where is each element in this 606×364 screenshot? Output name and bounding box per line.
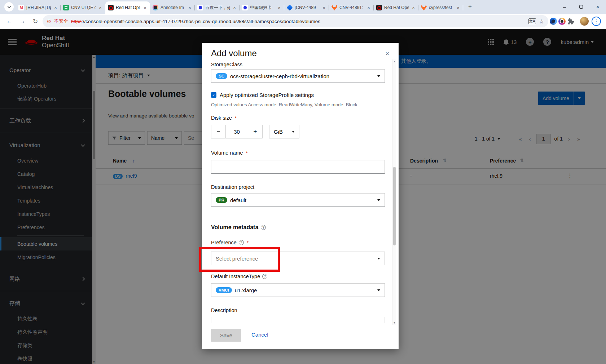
- scroll-down-icon[interactable]: ▼: [392, 321, 396, 324]
- tab-close-icon[interactable]: ×: [142, 5, 148, 10]
- baidu-favicon: [242, 5, 248, 10]
- address-bar[interactable]: ⊘ 不安全 https://console-openshift-console.…: [43, 15, 548, 27]
- close-icon[interactable]: ×: [385, 50, 389, 58]
- destination-project-select[interactable]: PR default: [211, 193, 385, 207]
- chevron-down-icon: [292, 131, 295, 133]
- instancetype-badge: VMCI: [216, 287, 232, 293]
- tab-close-icon[interactable]: ×: [411, 5, 416, 10]
- help-icon[interactable]: ?: [261, 225, 266, 230]
- scrollbar-thumb[interactable]: [393, 167, 396, 245]
- tab-strip: [RH JIRA] Up×CNV UI QE c×Red Hat Ope×Ann…: [0, 0, 606, 14]
- tab-close-icon[interactable]: ×: [321, 5, 326, 10]
- destination-project-label: Destination project: [211, 184, 254, 190]
- chevron-down-icon: [377, 199, 380, 201]
- modal-scrollbar[interactable]: ▲ ▼: [392, 59, 396, 325]
- extension-icon[interactable]: [550, 18, 557, 25]
- browser-chrome: [RH JIRA] Up×CNV UI QE c×Red Hat Ope×Ann…: [0, 0, 606, 29]
- plus-button[interactable]: +: [248, 125, 263, 138]
- scroll-up-icon[interactable]: ▲: [392, 60, 396, 63]
- storageclass-badge: SC: [216, 73, 227, 79]
- extension-camera-icon[interactable]: [558, 18, 566, 25]
- close-window-button[interactable]: ×: [589, 0, 606, 14]
- browser-tab[interactable]: [RH JIRA] Up×: [16, 1, 61, 14]
- tab-title: Red Hat Ope: [384, 5, 409, 10]
- add-volume-modal: Add volume × StorageClass SC ocs-storage…: [202, 43, 399, 349]
- browser-tab[interactable]: Annotate Im×: [150, 1, 195, 14]
- browser-tab[interactable]: Red Hat Ope×: [105, 1, 150, 14]
- save-button[interactable]: Save: [211, 329, 241, 342]
- chevron-down-icon: [7, 5, 11, 8]
- tab-close-icon[interactable]: ×: [98, 5, 103, 10]
- minimize-button[interactable]: –: [556, 0, 573, 14]
- tab-close-icon[interactable]: ×: [456, 5, 461, 10]
- help-icon[interactable]: ?: [262, 274, 267, 279]
- baidu-favicon: [197, 5, 203, 10]
- default-instancetype-label: Default InstanceType ?: [211, 274, 267, 279]
- gitlab-favicon: [421, 5, 427, 10]
- preference-label: Preference ? *: [211, 240, 249, 245]
- chevron-down-icon: [377, 289, 380, 291]
- bookmark-star-icon[interactable]: ☆: [539, 18, 544, 25]
- new-tab-button[interactable]: +: [465, 2, 475, 12]
- not-secure-badge: 不安全: [54, 18, 68, 25]
- tab-search-button[interactable]: [4, 2, 14, 12]
- volume-name-input[interactable]: [211, 160, 385, 174]
- tab-title: cypress/test: [429, 5, 453, 10]
- default-instancetype-select[interactable]: VMCI u1.xlarge: [211, 283, 385, 297]
- tab-title: 中国媳妇卡: [250, 5, 275, 11]
- disk-size-stepper: − 30 +: [211, 125, 263, 138]
- browser-tab[interactable]: Red Hat Ope×: [374, 1, 418, 14]
- sheets-favicon: [63, 5, 69, 10]
- gitlab-favicon: [331, 5, 337, 10]
- translate-icon[interactable]: 文A: [528, 18, 536, 24]
- browser-tab[interactable]: cypress/test×: [418, 1, 463, 14]
- minus-button[interactable]: −: [211, 125, 226, 138]
- browser-tab[interactable]: CNV-44891:×: [329, 1, 374, 14]
- browser-tab[interactable]: CNV UI QE c×: [61, 1, 105, 14]
- back-button[interactable]: ←: [4, 15, 15, 27]
- browser-tab[interactable]: [CNV-4489×: [284, 1, 329, 14]
- chevron-down-icon: [377, 75, 380, 77]
- checkbox-checked-icon[interactable]: ✓: [211, 92, 216, 98]
- jira-favicon: [287, 5, 293, 11]
- red-highlight-annotation: [199, 247, 280, 272]
- storageclass-select[interactable]: SC ocs-storagecluster-ceph-rbd-virtualiz…: [211, 69, 385, 83]
- cancel-button[interactable]: Cancel: [251, 332, 268, 338]
- browser-menu-button[interactable]: ⋮: [592, 17, 601, 26]
- extensions-puzzle-icon[interactable]: [567, 18, 574, 25]
- tab-close-icon[interactable]: ×: [53, 5, 58, 10]
- tab-strip-tabs: [RH JIRA] Up×CNV UI QE c×Red Hat Ope×Ann…: [16, 0, 463, 14]
- disk-size-label: Disk size*: [211, 115, 237, 121]
- browser-tab[interactable]: 百度一下，你×: [195, 1, 240, 14]
- tab-close-icon[interactable]: ×: [232, 5, 237, 10]
- tab-title: CNV-44891:: [339, 5, 364, 10]
- tab-title: Red Hat Ope: [116, 5, 140, 10]
- tab-close-icon[interactable]: ×: [277, 5, 282, 10]
- optimized-values-note: Optimized values Access mode: ReadWriteM…: [211, 102, 359, 107]
- tab-title: [RH JIRA] Up: [26, 5, 51, 10]
- description-textarea[interactable]: [211, 317, 385, 323]
- browser-tab[interactable]: 中国媳妇卡×: [240, 1, 284, 14]
- window-controls: – ×: [556, 0, 606, 14]
- forward-button[interactable]: →: [17, 15, 28, 27]
- reload-button[interactable]: ↻: [30, 15, 41, 27]
- disk-size-value[interactable]: 30: [226, 125, 248, 138]
- tab-close-icon[interactable]: ×: [366, 5, 371, 10]
- not-secure-icon: ⊘: [47, 18, 51, 24]
- url-text: https://console-openshift-console.apps.u…: [71, 19, 526, 24]
- modal-title: Add volume: [211, 48, 257, 58]
- tab-title: [CNV-4489: [295, 5, 319, 10]
- help-icon[interactable]: ?: [239, 240, 244, 245]
- project-badge: PR: [216, 197, 227, 203]
- annotate-favicon: [153, 5, 158, 10]
- tab-close-icon[interactable]: ×: [187, 5, 192, 10]
- maximize-button[interactable]: [573, 0, 589, 14]
- profile-avatar[interactable]: [580, 17, 589, 26]
- tab-title: Annotate Im: [161, 5, 185, 10]
- tab-title: CNV UI QE c: [71, 5, 96, 10]
- gmail-favicon: [18, 5, 24, 10]
- openshift-favicon: [376, 5, 382, 10]
- disk-unit-select[interactable]: GiB: [269, 125, 299, 138]
- openshift-favicon: [108, 5, 114, 10]
- storageclass-label: StorageClass: [211, 62, 242, 67]
